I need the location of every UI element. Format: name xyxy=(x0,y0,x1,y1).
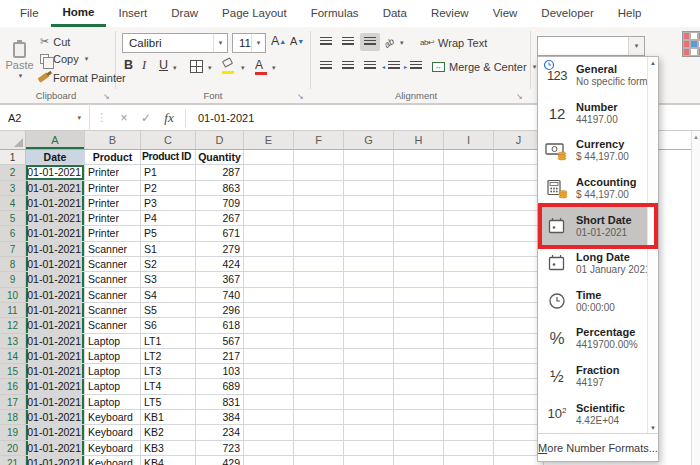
cell-C10[interactable]: S4 xyxy=(141,288,196,303)
cell-A3[interactable]: 01-01-2021 xyxy=(26,181,85,196)
cell-H20[interactable] xyxy=(394,441,444,456)
cell-D10[interactable]: 740 xyxy=(196,288,244,303)
cell-A16[interactable]: 01-01-2021 xyxy=(26,379,85,394)
conditional-formatting-icon[interactable] xyxy=(682,31,700,57)
chevron-down-icon[interactable]: ▾ xyxy=(272,64,276,72)
tab-draw[interactable]: Draw xyxy=(159,0,210,27)
cell-G19[interactable] xyxy=(344,425,394,440)
tab-insert[interactable]: Insert xyxy=(106,0,159,27)
tab-formulas[interactable]: Formulas xyxy=(299,0,371,27)
cell-D3[interactable]: 863 xyxy=(196,181,244,196)
cell-B8[interactable]: Scanner xyxy=(85,257,141,272)
chevron-down-icon[interactable]: ▾ xyxy=(77,114,81,122)
cell-I13[interactable] xyxy=(444,334,494,349)
cell-B21[interactable]: Keyboard xyxy=(85,456,141,465)
cell-B1[interactable]: Product xyxy=(85,150,141,165)
cell-B20[interactable]: Keyboard xyxy=(85,441,141,456)
middle-align-button[interactable] xyxy=(338,33,358,51)
tab-review[interactable]: Review xyxy=(419,0,481,27)
insert-function-button[interactable]: fx xyxy=(157,110,181,126)
cell-B11[interactable]: Scanner xyxy=(85,303,141,318)
cell-C12[interactable]: S6 xyxy=(141,318,196,333)
cell-G2[interactable] xyxy=(344,165,394,180)
column-header-g[interactable]: G xyxy=(344,131,394,149)
cell-G14[interactable] xyxy=(344,349,394,364)
cell-G16[interactable] xyxy=(344,379,394,394)
menu-item-general[interactable]: 123GeneralNo specific format xyxy=(538,57,647,95)
merge-center-button[interactable]: ↔ Merge & Center ▾ xyxy=(432,59,536,74)
chevron-down-icon[interactable]: ▾ xyxy=(251,34,265,52)
menu-item-accounting[interactable]: Accounting$ 44,197.00 xyxy=(538,170,647,208)
cell-B5[interactable]: Printer xyxy=(85,211,141,226)
menu-item-time[interactable]: Time00:00:00 xyxy=(538,283,647,321)
cell-I1[interactable] xyxy=(444,150,494,165)
cell-G12[interactable] xyxy=(344,318,394,333)
cell-I19[interactable] xyxy=(444,425,494,440)
tab-page-layout[interactable]: Page Layout xyxy=(210,0,299,27)
cell-F5[interactable] xyxy=(294,211,344,226)
cell-B2[interactable]: Printer xyxy=(85,165,141,180)
row-header-20[interactable]: 20 xyxy=(0,441,26,456)
row-header-11[interactable]: 11 xyxy=(0,303,26,318)
copy-button[interactable]: Copy ▾ xyxy=(40,51,88,66)
cell-F9[interactable] xyxy=(294,272,344,287)
cell-F7[interactable] xyxy=(294,242,344,257)
cell-B17[interactable]: Laptop xyxy=(85,395,141,410)
cell-I4[interactable] xyxy=(444,196,494,211)
cell-G18[interactable] xyxy=(344,410,394,425)
cell-D11[interactable]: 296 xyxy=(196,303,244,318)
paste-button[interactable]: Paste ▾ xyxy=(3,32,36,89)
number-format-combobox[interactable]: ▾ xyxy=(537,36,645,56)
tab-view[interactable]: View xyxy=(481,0,530,27)
cell-H8[interactable] xyxy=(394,257,444,272)
orientation-button[interactable]: ab ▾ xyxy=(384,35,404,50)
row-header-6[interactable]: 6 xyxy=(0,226,26,241)
cell-H10[interactable] xyxy=(394,288,444,303)
cell-B14[interactable]: Laptop xyxy=(85,349,141,364)
cell-E4[interactable] xyxy=(244,196,294,211)
scroll-up-icon[interactable]: ▲ xyxy=(648,60,658,66)
column-header-e[interactable]: E xyxy=(244,131,294,149)
cell-D1[interactable]: Quantity xyxy=(196,150,244,165)
row-header-1[interactable]: 1 xyxy=(0,150,26,165)
cell-D14[interactable]: 217 xyxy=(196,349,244,364)
cell-H21[interactable] xyxy=(394,456,444,465)
cell-D15[interactable]: 103 xyxy=(196,364,244,379)
italic-button[interactable]: I xyxy=(142,58,146,73)
row-header-14[interactable]: 14 xyxy=(0,349,26,364)
cell-H5[interactable] xyxy=(394,211,444,226)
cell-C15[interactable]: LT3 xyxy=(141,364,196,379)
cell-I12[interactable] xyxy=(444,318,494,333)
cut-button[interactable]: ✂ Cut xyxy=(40,34,70,49)
cell-C19[interactable]: KB2 xyxy=(141,425,196,440)
row-header-9[interactable]: 9 xyxy=(0,272,26,287)
align-center-button[interactable] xyxy=(338,57,358,75)
cell-D7[interactable]: 279 xyxy=(196,242,244,257)
cell-C20[interactable]: KB3 xyxy=(141,441,196,456)
cell-F19[interactable] xyxy=(294,425,344,440)
cell-F17[interactable] xyxy=(294,395,344,410)
underline-button[interactable]: U xyxy=(159,58,168,72)
menu-item-currency[interactable]: Currency$ 44,197.00 xyxy=(538,132,647,170)
cell-C7[interactable]: S1 xyxy=(141,242,196,257)
cell-C13[interactable]: LT1 xyxy=(141,334,196,349)
cell-C11[interactable]: S5 xyxy=(141,303,196,318)
row-header-2[interactable]: 2 xyxy=(0,165,26,180)
increase-indent-button[interactable]: ▸ xyxy=(406,57,426,75)
cell-H7[interactable] xyxy=(394,242,444,257)
cell-F4[interactable] xyxy=(294,196,344,211)
cell-C16[interactable]: LT4 xyxy=(141,379,196,394)
column-header-h[interactable]: H xyxy=(394,131,444,149)
cell-E3[interactable] xyxy=(244,181,294,196)
cell-H6[interactable] xyxy=(394,226,444,241)
cell-F15[interactable] xyxy=(294,364,344,379)
cell-F13[interactable] xyxy=(294,334,344,349)
cell-A8[interactable]: 01-01-2021 xyxy=(26,257,85,272)
menu-item-fraction[interactable]: ½Fraction44197 xyxy=(538,358,647,396)
borders-button[interactable] xyxy=(190,60,203,73)
more-number-formats-button[interactable]: More Number Formats... xyxy=(538,433,658,461)
row-header-3[interactable]: 3 xyxy=(0,181,26,196)
cell-E6[interactable] xyxy=(244,226,294,241)
cell-A13[interactable]: 01-01-2021 xyxy=(26,334,85,349)
cell-C1[interactable]: Product ID xyxy=(141,150,196,165)
